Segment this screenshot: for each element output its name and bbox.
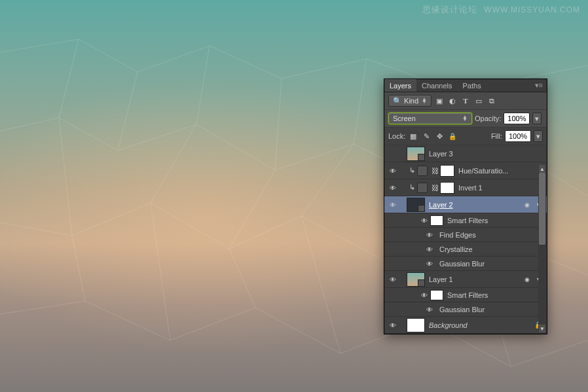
filter-kind-select[interactable]: 🔍 Kind ▲▼ (388, 95, 432, 107)
filter-name: Find Edges (439, 231, 536, 239)
layer-row-layer2[interactable]: Layer 2 ◉ ▾ (384, 196, 547, 213)
filter-name: Gaussian Blur (439, 306, 536, 313)
opacity-field[interactable]: 100% (504, 113, 530, 124)
filter-smart-icon[interactable]: ⧉ (487, 96, 497, 106)
layer-row-invert[interactable]: ↳ ⛓ Invert 1 (384, 179, 547, 196)
visibility-toggle[interactable] (386, 167, 400, 175)
smart-filter-badge-icon: ◉ (522, 200, 532, 209)
lock-label: Lock: (388, 132, 405, 140)
layer-name: Layer 1 (429, 276, 522, 283)
panel-menu-icon[interactable]: ▾≡ (531, 81, 547, 90)
smart-filters-header-2[interactable]: Smart Filters (384, 288, 547, 302)
visibility-toggle[interactable] (424, 260, 435, 268)
layer-name: Layer 2 (429, 201, 522, 209)
layer-row-hue-sat[interactable]: ↳ ⛓ Hue/Saturatio... (384, 162, 547, 179)
layers-scrollbar[interactable]: ▲ ▼ (538, 165, 546, 332)
clip-icon: ↳ (407, 183, 417, 192)
mask-thumbnail[interactable] (440, 165, 454, 177)
visibility-toggle[interactable] (386, 201, 400, 209)
tab-paths[interactable]: Paths (458, 80, 487, 92)
tab-layers[interactable]: Layers (384, 79, 416, 92)
layer-thumbnail[interactable] (407, 318, 425, 332)
blend-mode-select[interactable]: Screen ▲▼ (388, 113, 472, 124)
visibility-toggle[interactable] (424, 231, 435, 239)
adjustment-icon (417, 166, 428, 176)
filter-pixel-icon[interactable]: ▣ (434, 96, 445, 106)
layers-list: Layer 3 ↳ ⛓ Hue/Saturatio... ↳ ⛓ Invert … (384, 145, 547, 334)
opacity-label: Opacity: (475, 115, 501, 122)
scroll-down-arrow[interactable]: ▼ (539, 325, 545, 332)
visibility-toggle[interactable] (386, 276, 400, 283)
filter-crystallize[interactable]: Crystallize ☰ (384, 242, 547, 257)
layers-panel: Layers Channels Paths ▾≡ 🔍 Kind ▲▼ ▣ ◐ T… (384, 79, 547, 334)
watermark: 思缘设计论坛 WWW.MISSYUAN.COM (422, 4, 580, 16)
visibility-toggle[interactable] (418, 291, 430, 299)
smart-filter-mask[interactable] (430, 290, 443, 300)
visibility-toggle[interactable] (386, 184, 400, 192)
filter-row: 🔍 Kind ▲▼ ▣ ◐ T ▭ ⧉ (384, 92, 547, 110)
blend-mode-value: Screen (393, 115, 416, 122)
layer-row-background[interactable]: Background (384, 317, 547, 334)
layer-thumbnail[interactable] (407, 198, 425, 212)
fill-label: Fill: (491, 132, 502, 140)
layer-row-layer1[interactable]: Layer 1 ◉ ▾ (384, 271, 547, 288)
visibility-toggle[interactable] (418, 217, 430, 224)
panel-tabs: Layers Channels Paths ▾≡ (384, 79, 547, 92)
adjustment-icon (417, 183, 428, 193)
filter-gaussian-blur[interactable]: Gaussian Blur ☰ (384, 257, 547, 271)
layer-name: Background (429, 321, 532, 329)
layer-name: Layer 3 (429, 150, 544, 158)
layer-row-layer3[interactable]: Layer 3 (384, 145, 547, 162)
link-icon[interactable]: ⛓ (430, 167, 440, 175)
lock-position-icon[interactable]: ✥ (434, 131, 445, 141)
lock-transparency-icon[interactable]: ▩ (408, 131, 418, 141)
filter-find-edges[interactable]: Find Edges ☰ (384, 228, 547, 242)
lock-row: Lock: ▩ ✎ ✥ Fill: 100% ▾ (384, 128, 547, 145)
tab-channels[interactable]: Channels (416, 80, 457, 92)
filter-shape-icon[interactable]: ▭ (473, 96, 484, 106)
filter-kind-label: Kind (404, 97, 418, 105)
fill-dropdown[interactable]: ▾ (534, 130, 543, 142)
watermark-url: WWW.MISSYUAN.COM (484, 5, 580, 14)
scroll-up-arrow[interactable]: ▲ (539, 165, 545, 173)
opacity-dropdown[interactable]: ▾ (532, 113, 542, 124)
layer-thumbnail[interactable] (407, 147, 425, 161)
watermark-cn: 思缘设计论坛 (422, 5, 477, 14)
visibility-toggle[interactable] (424, 245, 435, 253)
layer-thumbnail[interactable] (407, 272, 425, 287)
lock-all-icon[interactable] (447, 131, 458, 141)
link-icon[interactable]: ⛓ (430, 184, 440, 192)
visibility-toggle[interactable] (424, 306, 435, 313)
clip-icon: ↳ (407, 166, 417, 175)
filter-name: Crystallize (439, 245, 536, 253)
filter-adjustment-icon[interactable]: ◐ (447, 96, 458, 106)
smart-filters-header[interactable]: Smart Filters (384, 213, 547, 228)
filter-type-icon[interactable]: T (460, 96, 471, 106)
smart-filter-mask[interactable] (430, 215, 443, 226)
filter-name: Gaussian Blur (439, 260, 536, 268)
smart-filters-label: Smart Filters (447, 217, 547, 224)
blend-row: Screen ▲▼ Opacity: 100% ▾ (384, 110, 547, 128)
layer-name: Hue/Saturatio... (458, 167, 544, 175)
mask-thumbnail[interactable] (440, 182, 454, 194)
filter-gaussian-blur-2[interactable]: Gaussian Blur ☰ (384, 302, 547, 317)
lock-pixels-icon[interactable]: ✎ (421, 131, 432, 141)
fill-field[interactable]: 100% (505, 130, 531, 142)
visibility-toggle[interactable] (386, 321, 400, 329)
smart-filters-label: Smart Filters (447, 291, 547, 299)
layer-name: Invert 1 (458, 184, 544, 192)
scrollbar-thumb[interactable] (539, 173, 545, 245)
smart-filter-badge-icon: ◉ (522, 275, 532, 284)
